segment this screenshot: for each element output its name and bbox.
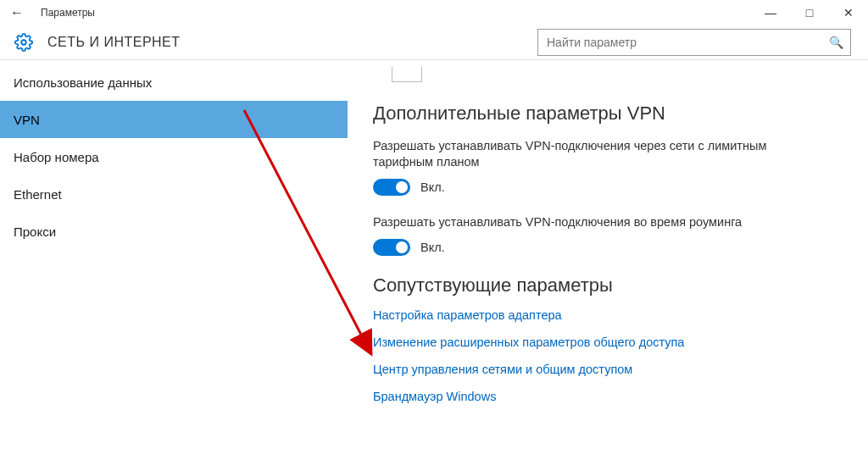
maximize-button[interactable]: □ — [790, 0, 829, 25]
sidebar-item-data-usage[interactable]: Использование данных — [0, 64, 348, 101]
main-panel: Дополнительные параметры VPN Разрешать у… — [348, 60, 868, 471]
toggle-state-label: Вкл. — [420, 241, 445, 254]
titlebar: ← Параметры — □ ✕ — [0, 0, 868, 25]
back-icon[interactable]: ← — [7, 5, 27, 20]
cutoff-element — [392, 67, 422, 82]
sidebar: Использование данных VPN Набор номера Et… — [0, 60, 348, 471]
setting-label: Разрешать устанавливать VPN-подключения … — [373, 214, 814, 230]
setting-metered: Разрешать устанавливать VPN-подключения … — [373, 138, 843, 196]
sidebar-item-ethernet[interactable]: Ethernet — [0, 175, 348, 213]
sidebar-item-vpn[interactable]: VPN — [0, 101, 348, 138]
sidebar-item-label: Ethernet — [14, 187, 62, 202]
window-buttons: — □ ✕ — [751, 0, 868, 25]
sidebar-item-label: Прокси — [14, 224, 56, 239]
advanced-heading: Дополнительные параметры VPN — [373, 103, 843, 125]
minimize-button[interactable]: — — [751, 0, 790, 25]
toggle-metered[interactable] — [373, 179, 410, 196]
sidebar-item-label: Использование данных — [14, 75, 152, 90]
search-input[interactable] — [538, 36, 821, 49]
link-adapter-settings[interactable]: Настройка параметров адаптера — [373, 308, 843, 322]
search-box[interactable]: 🔍 — [537, 29, 851, 56]
link-firewall[interactable]: Брандмауэр Windows — [373, 390, 843, 403]
related-heading: Сопутствующие параметры — [373, 274, 843, 296]
close-button[interactable]: ✕ — [829, 0, 868, 25]
header-row: СЕТЬ И ИНТЕРНЕТ 🔍 — [0, 25, 868, 59]
link-advanced-sharing[interactable]: Изменение расширенных параметров общего … — [373, 335, 843, 349]
gear-icon — [14, 32, 34, 53]
link-network-center[interactable]: Центр управления сетями и общим доступом — [373, 363, 843, 376]
sidebar-item-proxy[interactable]: Прокси — [0, 213, 348, 250]
sidebar-item-label: Набор номера — [14, 150, 99, 164]
sidebar-item-label: VPN — [14, 113, 40, 127]
section-title: СЕТЬ И ИНТЕРНЕТ — [47, 35, 181, 50]
setting-roaming: Разрешать устанавливать VPN-подключения … — [373, 214, 843, 256]
svg-point-0 — [21, 40, 26, 45]
search-icon[interactable]: 🔍 — [821, 36, 850, 49]
setting-label: Разрешать устанавливать VPN-подключения … — [373, 138, 814, 170]
toggle-state-label: Вкл. — [420, 180, 445, 194]
sidebar-item-dialup[interactable]: Набор номера — [0, 138, 348, 175]
toggle-roaming[interactable] — [373, 239, 410, 256]
window-title: Параметры — [41, 7, 95, 19]
